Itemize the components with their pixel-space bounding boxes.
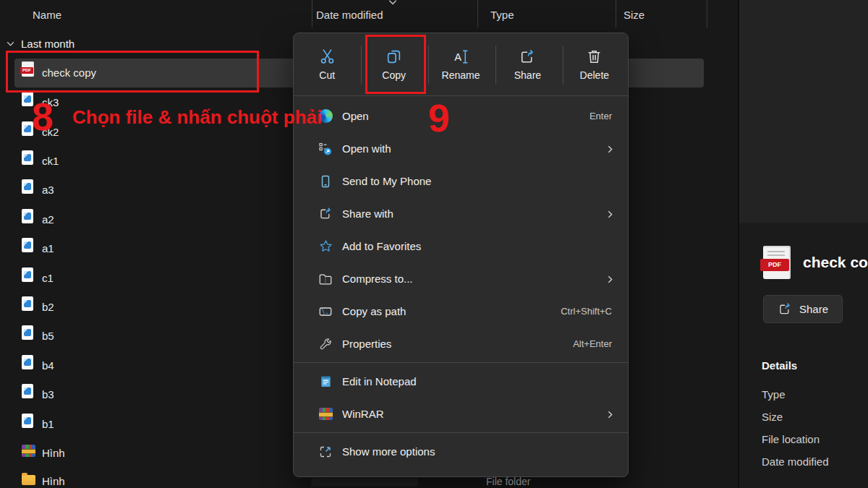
menu-item-show-more-options[interactable]: Show more options [294, 435, 628, 468]
image-file-icon [22, 176, 33, 205]
share-icon [317, 206, 334, 221]
menu-item-edit-in-notepad[interactable]: Edit in Notepad [294, 365, 628, 398]
image-file-icon [22, 410, 33, 439]
menu-divider [294, 362, 628, 363]
file-name: ck1 [42, 147, 59, 176]
toolbar-divider [495, 46, 496, 85]
annotation-step-8-text: Chọn file & nhấn chuột phải [72, 106, 322, 129]
wrench-icon [317, 337, 334, 351]
column-divider[interactable] [707, 0, 707, 27]
file-name: a1 [42, 234, 54, 263]
menu-item-send-to-my-phone[interactable]: Send to My Phone [294, 165, 628, 197]
column-header-size[interactable]: Size [624, 9, 644, 21]
annotation-step-9: 9 [428, 98, 450, 137]
image-file-icon [22, 205, 33, 234]
details-field-type: Type [762, 388, 786, 401]
shortcut-label: Alt+Enter [573, 338, 612, 349]
menu-item-label: Open with [342, 142, 391, 155]
cut-label: Cut [319, 69, 335, 81]
file-explorer-window: Name Date modified Type Size Last month … [0, 0, 868, 488]
chevron-right-icon [605, 144, 615, 156]
copy-as-path-icon: \.. [317, 304, 334, 319]
delete-button[interactable]: Delete [561, 33, 628, 95]
context-menu-toolbar: Cut Copy A Rename Share Delete [294, 33, 628, 96]
share-icon [778, 301, 793, 317]
file-name: b5 [42, 322, 54, 351]
column-divider[interactable] [477, 0, 478, 27]
menu-item-label: Add to Favorites [342, 240, 421, 252]
shortcut-label: Enter [590, 111, 612, 121]
menu-item-label: Show more options [342, 445, 435, 458]
column-header-date-modified[interactable]: Date modified [316, 9, 383, 21]
menu-item-open[interactable]: Open Enter [294, 100, 628, 132]
column-divider[interactable] [616, 0, 616, 27]
menu-item-properties[interactable]: Properties Alt+Enter [294, 328, 628, 360]
annotation-box-copy-button [365, 35, 426, 94]
image-file-icon [22, 293, 33, 322]
winrar-icon [317, 408, 334, 420]
image-file-icon [22, 380, 33, 409]
context-menu: Cut Copy A Rename Share Delete [293, 33, 629, 477]
open-with-icon [317, 142, 334, 156]
menu-item-open-with[interactable]: Open with [294, 132, 628, 165]
details-field-file-location: File location [762, 433, 820, 445]
menu-divider [294, 432, 628, 433]
menu-item-label: Edit in Notepad [342, 375, 417, 388]
delete-icon [585, 48, 603, 66]
menu-item-compress-to[interactable]: Compress to... [294, 262, 628, 295]
menu-item-add-to-favorites[interactable]: Add to Favorites [294, 230, 628, 262]
svg-text:\..: \.. [322, 307, 333, 314]
pane-divider[interactable] [738, 0, 739, 488]
rename-label: Rename [442, 69, 480, 81]
rename-icon: A [452, 48, 470, 66]
column-header-name[interactable]: Name [33, 9, 61, 21]
menu-item-label: Properties [342, 338, 391, 350]
share-button[interactable]: Share [763, 295, 843, 323]
annotation-box-selected-file [6, 51, 259, 93]
file-name: b1 [42, 410, 54, 439]
image-file-icon [22, 322, 33, 351]
details-file-name: check copy [803, 254, 868, 271]
notepad-icon [317, 374, 334, 388]
details-field-date-modified: Date modified [762, 455, 829, 468]
obscured-date-text [311, 478, 418, 487]
phone-icon [317, 174, 334, 189]
menu-item-label: Send to My Phone [342, 175, 431, 187]
rar-file-icon [22, 439, 35, 468]
column-header-type[interactable]: Type [490, 9, 514, 21]
file-name: b4 [42, 351, 54, 380]
chevron-right-icon [605, 209, 615, 221]
file-name: a3 [42, 176, 54, 205]
chevron-right-icon [605, 274, 615, 286]
share-icon [519, 48, 537, 66]
cut-icon [318, 48, 336, 66]
sort-direction-icon [388, 0, 398, 10]
details-field-size: Size [762, 411, 783, 423]
rename-button[interactable]: A Rename [427, 33, 494, 95]
menu-item-winrar[interactable]: WinRAR [294, 398, 628, 430]
file-name: b2 [42, 293, 54, 322]
menu-item-share-with[interactable]: Share with [294, 197, 628, 230]
svg-text:A: A [454, 51, 461, 63]
file-name: Hình [42, 439, 65, 468]
file-name: Hình [42, 467, 65, 488]
group-label: Last month [21, 38, 75, 50]
column-divider[interactable] [312, 0, 312, 27]
folder-icon [22, 467, 35, 488]
toolbar-divider [563, 46, 563, 85]
image-file-icon [22, 147, 33, 176]
toolbar-divider [428, 46, 429, 85]
menu-item-label: WinRAR [342, 408, 384, 420]
group-header-last-month[interactable]: Last month [6, 38, 75, 50]
file-name: a2 [42, 205, 54, 234]
menu-item-label: Share with [342, 207, 393, 220]
share-toolbar-button[interactable]: Share [494, 33, 561, 95]
delete-label: Delete [580, 69, 609, 81]
preview-pane-background [739, 0, 868, 223]
expand-icon [317, 445, 334, 459]
share-button-label: Share [799, 303, 828, 315]
menu-item-copy-as-path[interactable]: \.. Copy as path Ctrl+Shift+C [294, 295, 628, 328]
menu-item-label: Open [342, 110, 369, 122]
cut-button[interactable]: Cut [294, 33, 360, 95]
toolbar-divider [361, 46, 362, 85]
